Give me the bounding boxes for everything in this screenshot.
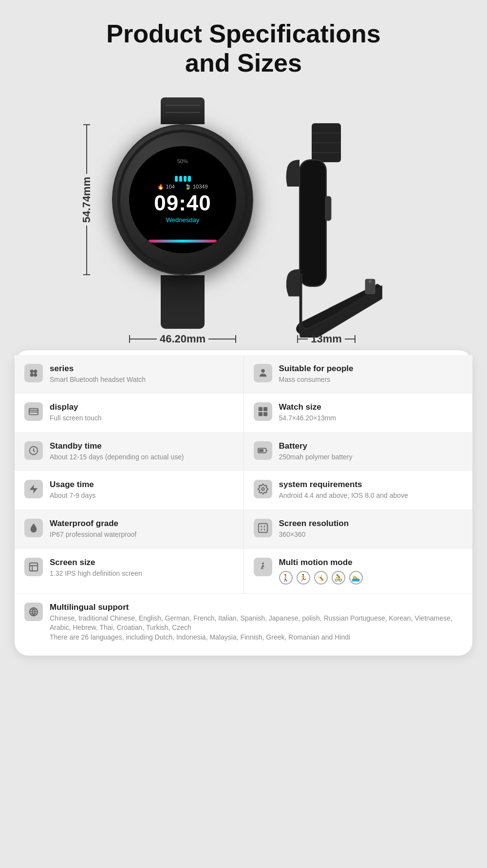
people-icon: [254, 364, 272, 382]
spec-cell-people: Suitable for people Mass consumers: [244, 355, 473, 394]
svg-point-11: [30, 373, 34, 377]
spec-battery-title: Battery: [279, 441, 353, 451]
spec-cell-watchsize: Watch size 54.7×46.20×13mm: [244, 394, 473, 432]
svg-rect-28: [30, 563, 38, 571]
svg-rect-27: [258, 524, 267, 532]
resolution-icon: [254, 519, 272, 537]
spec-series-title: series: [50, 364, 146, 374]
strap-top: [161, 97, 205, 124]
system-icon: [254, 480, 272, 498]
svg-point-9: [30, 369, 34, 373]
watch-images-section: 54.74mm 50% 🔥 104: [0, 88, 487, 345]
spec-language-value: Chinese, traditional Chinese, English, G…: [50, 614, 463, 642]
svg-point-8: [369, 280, 372, 283]
walk-icon: 🚶: [279, 571, 293, 585]
spec-display-title: display: [50, 402, 102, 412]
dimension-width: 46.20mm: [129, 333, 236, 345]
spec-waterproof-value: IP67 professional waterproof: [50, 530, 136, 540]
spec-people-value: Mass consumers: [279, 375, 354, 385]
svg-point-10: [34, 369, 37, 373]
watch-side-view: 13mm: [270, 123, 382, 345]
svg-rect-20: [263, 412, 267, 416]
spec-system-title: system requirements: [279, 480, 408, 490]
spec-watchsize-title: Watch size: [279, 402, 337, 412]
svg-rect-18: [263, 407, 267, 411]
spec-cell-screensize: Screen size 1.32 IPS high definition scr…: [15, 549, 244, 593]
series-icon: [24, 364, 43, 382]
spec-series-value: Smart Bluetooth headset Watch: [50, 375, 146, 385]
run-icon: 🏃: [297, 571, 310, 585]
svg-rect-6: [325, 196, 331, 221]
spec-resolution-title: Screen resolution: [279, 519, 349, 528]
spec-row-4: Usage time About 7-9 days system require…: [15, 471, 472, 510]
display-icon: [24, 402, 43, 421]
svg-rect-17: [258, 407, 262, 411]
spec-watchsize-value: 54.7×46.20×13mm: [279, 414, 337, 423]
sport-icon: 🤸: [314, 571, 328, 585]
swim-icon: 🏊: [349, 571, 363, 585]
spec-screensize-title: Screen size: [50, 558, 142, 567]
spec-usage-title: Usage time: [50, 480, 95, 490]
watchsize-icon: [254, 402, 272, 421]
spec-people-title: Suitable for people: [279, 364, 354, 374]
dimension-depth: 13mm: [297, 333, 356, 345]
spec-standby-title: Standby time: [50, 441, 184, 451]
standby-icon: [24, 441, 43, 460]
spec-cell-language: Multilingual support Chinese, traditiona…: [15, 594, 472, 651]
usage-icon: [24, 480, 43, 498]
svg-rect-24: [259, 449, 263, 452]
spec-cell-display: display Full screen touch: [15, 394, 244, 432]
spec-cell-series: series Smart Bluetooth headset Watch: [15, 355, 244, 394]
spec-battery-value: 250mah polymer battery: [279, 453, 353, 462]
spec-resolution-value: 360×360: [279, 530, 349, 540]
specs-card: series Smart Bluetooth headset Watch Sui…: [15, 350, 472, 656]
spec-screensize-value: 1.32 IPS high definition screen: [50, 569, 142, 579]
spec-cell-battery: Battery 250mah polymer battery: [244, 433, 473, 471]
spec-row-2: display Full screen touch Watch size 54.…: [15, 394, 472, 433]
svg-marker-25: [30, 485, 38, 493]
spec-cell-resolution: Screen resolution 360×360: [244, 510, 473, 548]
spec-cell-system: system requirements Android 4.4 and abov…: [244, 471, 473, 509]
battery-icon: [254, 441, 272, 460]
cycle-icon: 🚴: [332, 571, 345, 585]
page-title: Product Specifications and Sizes: [77, 19, 410, 78]
spec-row-5: Waterproof grade IP67 professional water…: [15, 510, 472, 549]
watch-front-view: 50% 🔥 104 🍃 10349 09:40 Wednesday: [105, 97, 261, 329]
svg-point-13: [261, 369, 264, 372]
spec-language-title: Multilingual support: [50, 603, 463, 612]
spec-cell-standby: Standby time About 12-15 days (depending…: [15, 433, 244, 471]
waterproof-icon: [24, 519, 43, 537]
strap-bottom: [161, 275, 205, 329]
svg-point-29: [262, 562, 264, 564]
spec-display-value: Full screen touch: [50, 414, 102, 423]
spec-standby-value: About 12-15 days (depending on actual us…: [50, 453, 184, 462]
spec-usage-value: About 7-9 days: [50, 491, 95, 501]
language-icon: [24, 603, 43, 621]
motion-icons: 🚶 🏃 🤸 🚴 🏊: [279, 571, 363, 585]
spec-row-3: Standby time About 12-15 days (depending…: [15, 433, 472, 472]
motion-icon: [254, 558, 272, 576]
watch-screen: 50% 🔥 104 🍃 10349 09:40 Wednesday: [129, 146, 236, 253]
svg-point-26: [262, 488, 264, 491]
dimension-height: 54.74mm: [80, 124, 93, 275]
screensize-icon: [24, 558, 43, 576]
spec-waterproof-title: Waterproof grade: [50, 519, 136, 528]
spec-row-6: Screen size 1.32 IPS high definition scr…: [15, 549, 472, 594]
spec-motion-title: Multi motion mode: [279, 558, 363, 567]
svg-rect-19: [258, 412, 262, 416]
spec-cell-waterproof: Waterproof grade IP67 professional water…: [15, 510, 244, 548]
spec-row-7: Multilingual support Chinese, traditiona…: [15, 594, 472, 651]
svg-rect-5: [300, 161, 325, 285]
spec-cell-motion: Multi motion mode 🚶 🏃 🤸 🚴 🏊: [244, 549, 473, 593]
svg-point-12: [34, 373, 37, 377]
spec-cell-usage: Usage time About 7-9 days: [15, 471, 244, 509]
spec-row-1: series Smart Bluetooth headset Watch Sui…: [15, 355, 472, 394]
watch-side-svg: [270, 123, 382, 338]
spec-system-value: Android 4.4 and above; IOS 8.0 and above: [279, 491, 408, 501]
watch-body: 50% 🔥 104 🍃 10349 09:40 Wednesday: [112, 124, 253, 275]
